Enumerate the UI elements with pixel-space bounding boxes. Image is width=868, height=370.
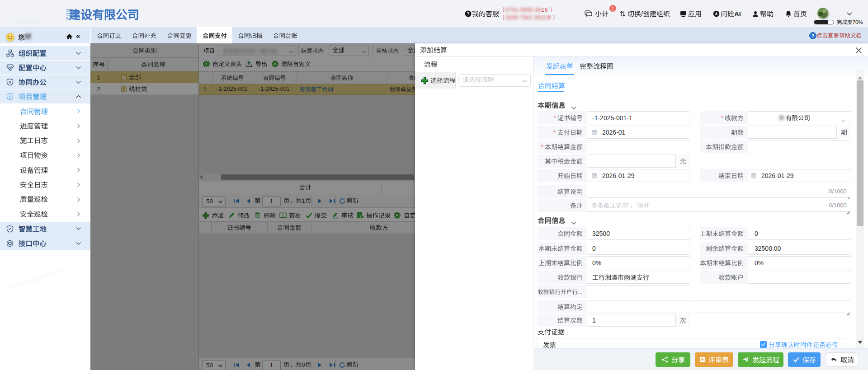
svg-text:?: ? [811,33,815,38]
svg-text:¥: ¥ [8,80,11,84]
svg-text:?: ? [467,11,469,16]
svg-text:¥: ¥ [8,94,11,99]
